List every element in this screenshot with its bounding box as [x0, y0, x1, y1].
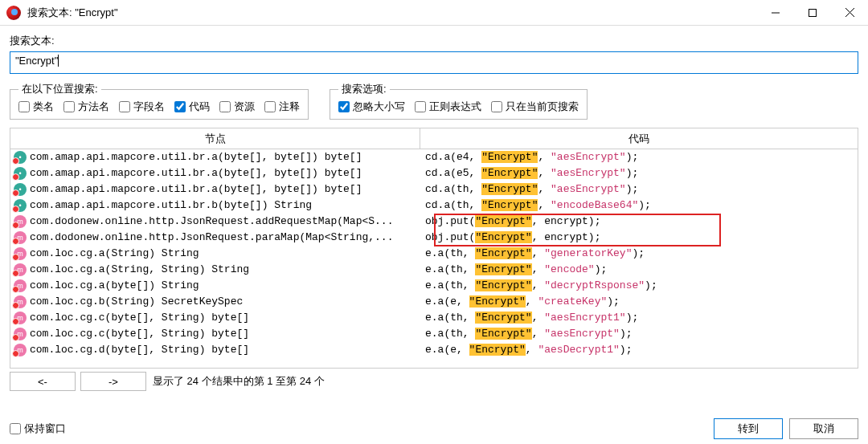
window-title: 搜索文本: "Encrypt"	[27, 6, 757, 20]
search-label: 搜索文本:	[10, 34, 858, 48]
code-text: e.a(e, "Encrypt", "aesDecrypt1");	[420, 342, 858, 358]
table-row[interactable]: com.loc.cg.a(String) Stringe.a(th, "Encr…	[10, 246, 858, 262]
class-icon	[14, 151, 27, 164]
minimize-button[interactable]	[757, 0, 794, 25]
results-table[interactable]: 节点 代码 com.amap.api.mapcore.util.br.a(byt…	[10, 128, 858, 369]
search-input[interactable]: "Encrypt"	[10, 51, 858, 74]
class-icon	[14, 183, 27, 196]
group-where: 在以下位置搜索: 类名 方法名 字段名 代码 资源 注释	[10, 82, 309, 120]
node-text: com.loc.cg.a(String, String) String	[30, 262, 249, 278]
code-text: obj.put("Encrypt", encrypt);	[420, 230, 858, 246]
node-text: com.loc.cg.a(String) String	[30, 246, 199, 262]
code-text: e.a(th, "Encrypt", "encode");	[420, 262, 858, 278]
maximize-button[interactable]	[794, 0, 831, 25]
goto-button[interactable]: 转到	[714, 418, 783, 439]
table-row[interactable]: com.loc.cg.c(byte[], String) byte[]e.a(t…	[10, 326, 858, 342]
table-row[interactable]: com.loc.cg.a(String, String) Stringe.a(t…	[10, 262, 858, 278]
table-row[interactable]: com.amap.api.mapcore.util.br.a(byte[], b…	[10, 165, 858, 181]
nav-next-button[interactable]: ->	[80, 372, 146, 391]
node-text: com.amap.api.mapcore.util.br.b(byte[]) S…	[30, 198, 312, 214]
group-where-legend: 在以下位置搜索:	[18, 82, 101, 96]
table-row[interactable]: com.dodonew.online.http.JsonRequest.addR…	[10, 214, 858, 230]
code-text: cd.a(th, "Encrypt", "encodeBase64");	[420, 198, 858, 214]
cancel-button[interactable]: 取消	[789, 418, 858, 439]
class-icon	[14, 199, 27, 212]
col-header-node[interactable]: 节点	[10, 128, 420, 149]
svg-rect-1	[809, 9, 817, 16]
group-opts-legend: 搜索选项:	[338, 82, 390, 96]
table-row[interactable]: com.amap.api.mapcore.util.br.a(byte[], b…	[10, 149, 858, 165]
node-text: com.dodonew.online.http.JsonRequest.addR…	[30, 214, 393, 230]
table-row[interactable]: com.loc.cg.c(byte[], String) byte[]e.a(t…	[10, 310, 858, 326]
table-row[interactable]: com.dodonew.online.http.JsonRequest.para…	[10, 230, 858, 246]
chk-currentpage[interactable]: 只在当前页搜索	[491, 100, 579, 114]
chk-regex[interactable]: 正则表达式	[415, 100, 481, 114]
code-text: e.a(th, "Encrypt", "generatorKey");	[420, 246, 858, 262]
class-icon	[14, 167, 27, 180]
node-text: com.loc.cg.a(byte[]) String	[30, 278, 199, 294]
app-icon	[6, 6, 21, 20]
code-text: e.a(th, "Encrypt", "decryptRsponse");	[420, 278, 858, 294]
node-text: com.amap.api.mapcore.util.br.a(byte[], b…	[30, 181, 362, 198]
col-header-code[interactable]: 代码	[420, 128, 858, 149]
chk-ignorecase[interactable]: 忽略大小写	[338, 100, 405, 114]
code-text: e.a(th, "Encrypt", "aesEncrypt1");	[420, 310, 858, 326]
table-row[interactable]: com.loc.cg.d(byte[], String) byte[]e.a(e…	[10, 342, 858, 358]
method-icon	[14, 295, 27, 308]
method-icon	[14, 312, 27, 324]
code-text: cd.a(th, "Encrypt", "aesEncrypt");	[420, 181, 858, 198]
group-opts: 搜索选项: 忽略大小写 正则表达式 只在当前页搜索	[330, 82, 588, 120]
table-row[interactable]: com.loc.cg.a(byte[]) Stringe.a(th, "Encr…	[10, 278, 858, 294]
code-text: e.a(e, "Encrypt", "createKey");	[420, 294, 858, 310]
node-text: com.loc.cg.b(String) SecretKeySpec	[30, 294, 243, 310]
method-icon	[14, 328, 27, 340]
maximize-icon	[809, 9, 817, 17]
method-icon	[14, 279, 27, 292]
method-icon	[14, 263, 27, 276]
table-row[interactable]: com.amap.api.mapcore.util.br.b(byte[]) S…	[10, 198, 858, 214]
node-text: com.loc.cg.c(byte[], String) byte[]	[30, 310, 249, 326]
chk-classname[interactable]: 类名	[18, 100, 54, 114]
code-text: cd.a(e4, "Encrypt", "aesEncrypt");	[420, 149, 858, 165]
chk-fieldname[interactable]: 字段名	[119, 100, 165, 114]
table-row[interactable]: com.amap.api.mapcore.util.br.a(byte[], b…	[10, 181, 858, 198]
node-text: com.loc.cg.d(byte[], String) byte[]	[30, 342, 249, 358]
chk-resource[interactable]: 资源	[219, 100, 255, 114]
results-rows[interactable]: com.amap.api.mapcore.util.br.a(byte[], b…	[10, 149, 858, 368]
node-text: com.amap.api.mapcore.util.br.a(byte[], b…	[30, 165, 362, 181]
code-text: e.a(th, "Encrypt", "aesEncrypt");	[420, 326, 858, 342]
node-text: com.loc.cg.c(byte[], String) byte[]	[30, 326, 249, 342]
method-icon	[14, 215, 27, 228]
method-icon	[14, 231, 27, 244]
node-text: com.dodonew.online.http.JsonRequest.para…	[30, 230, 393, 246]
method-icon	[14, 344, 27, 356]
method-icon	[14, 247, 27, 260]
chk-code[interactable]: 代码	[174, 100, 210, 114]
code-text: cd.a(e5, "Encrypt", "aesEncrypt");	[420, 165, 858, 181]
minimize-icon	[772, 9, 780, 17]
nav-prev-button[interactable]: <-	[10, 372, 76, 391]
close-button[interactable]	[831, 0, 868, 25]
chk-keep-window[interactable]: 保持窗口	[10, 422, 66, 436]
titlebar: 搜索文本: "Encrypt"	[0, 0, 868, 26]
search-input-value: "Encrypt"	[15, 55, 59, 67]
status-text: 显示了 24 个结果中的第 1 至第 24 个	[153, 374, 325, 389]
table-row[interactable]: com.loc.cg.b(String) SecretKeySpece.a(e,…	[10, 294, 858, 310]
close-icon	[845, 8, 854, 17]
chk-methodname[interactable]: 方法名	[63, 100, 109, 114]
node-text: com.amap.api.mapcore.util.br.a(byte[], b…	[30, 149, 362, 165]
chk-comment[interactable]: 注释	[264, 100, 300, 114]
code-text: obj.put("Encrypt", encrypt);	[420, 214, 858, 230]
